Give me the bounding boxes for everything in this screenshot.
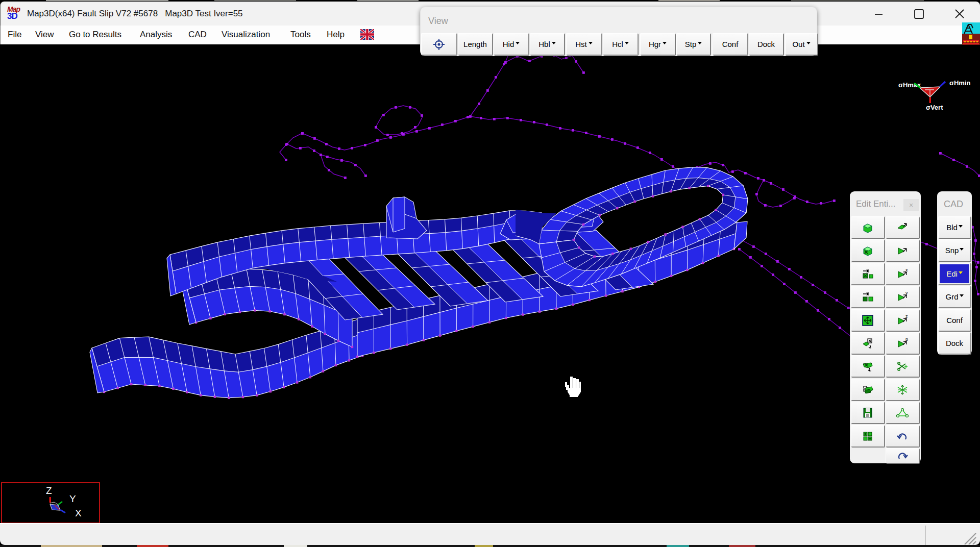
svg-text:y: y	[905, 290, 908, 295]
svg-text:Y: Y	[69, 493, 76, 504]
svg-text:σVert: σVert	[926, 104, 943, 111]
svg-text:X: X	[75, 508, 82, 518]
svg-text:x: x	[905, 267, 908, 272]
svg-text:p: p	[905, 337, 908, 342]
svg-text:σHmin: σHmin	[949, 79, 970, 87]
svg-text:z: z	[905, 314, 908, 319]
svg-text:Z: Z	[46, 485, 52, 496]
